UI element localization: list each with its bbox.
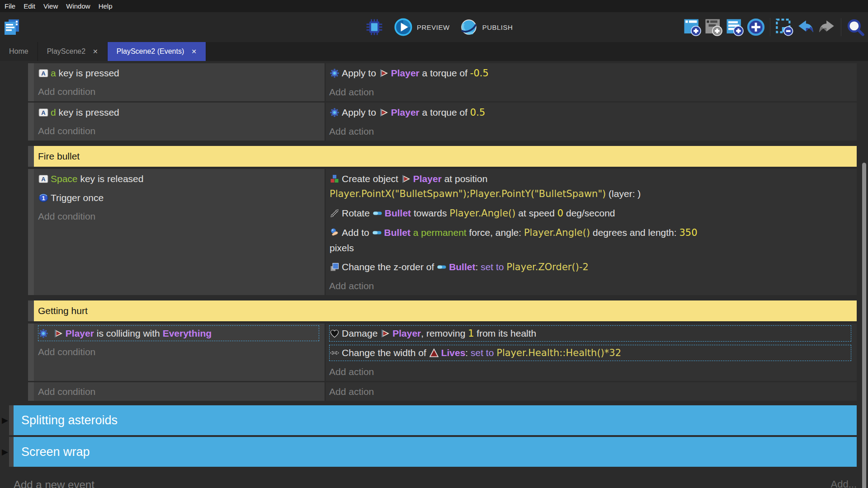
- action[interactable]: Change the width of Lives: set to Player…: [329, 345, 851, 361]
- menu-edit[interactable]: Edit: [24, 2, 35, 10]
- redo-icon[interactable]: [817, 17, 837, 37]
- instruction-text: Bullet: [449, 262, 475, 272]
- condition[interactable]: ASpace key is released: [38, 171, 319, 187]
- instruction-text: is colliding with: [94, 328, 163, 338]
- actions-cell: Apply to Player a torque of 0.5Add actio…: [326, 103, 857, 141]
- publish-button[interactable]: PUBLISH: [482, 23, 513, 31]
- instruction-text: Player.ZOrder()-2: [506, 262, 588, 272]
- add-circle-icon[interactable]: [746, 17, 766, 37]
- actions-cell: Create object Player at position Player.…: [326, 169, 857, 295]
- actions-cell: Add action: [326, 382, 857, 401]
- menu-window[interactable]: Window: [66, 2, 90, 10]
- debug-icon[interactable]: [364, 17, 384, 37]
- tab-close-icon[interactable]: ✕: [93, 48, 98, 55]
- add-action-link[interactable]: Add action: [329, 364, 851, 379]
- event-drag-handle[interactable]: [28, 169, 34, 295]
- add-condition-link[interactable]: Add condition: [38, 384, 319, 399]
- instruction-text: Bullet: [385, 208, 411, 218]
- tab-playscene2-events[interactable]: PlayScene2 (Events) ✕: [108, 42, 206, 61]
- comment-bar[interactable]: Getting hurt: [34, 300, 857, 321]
- player-object-icon: [379, 108, 389, 117]
- collapse-triangle-icon[interactable]: ▶: [2, 448, 8, 456]
- event-drag-handle[interactable]: [28, 324, 34, 381]
- menu-file[interactable]: File: [5, 2, 15, 10]
- preview-play-icon[interactable]: [393, 17, 413, 37]
- event-drag-handle[interactable]: [28, 300, 34, 321]
- add-new-event-link[interactable]: Add a new event: [14, 479, 94, 488]
- event-drag-handle[interactable]: [28, 146, 34, 167]
- add-subevent-icon[interactable]: [703, 17, 723, 37]
- event-row: ASpace key is released1Trigger onceAdd c…: [28, 169, 857, 295]
- instruction-text: -0.5: [470, 68, 489, 79]
- instruction-text: Player: [66, 328, 94, 338]
- undo-icon[interactable]: [796, 17, 816, 37]
- force-icon: [330, 228, 340, 238]
- comment-bar[interactable]: Fire bullet: [34, 146, 857, 167]
- condition[interactable]: Ad key is pressed: [38, 104, 319, 120]
- instruction-text: 1: [468, 328, 474, 339]
- add-event-icon[interactable]: [682, 17, 702, 37]
- search-icon[interactable]: [845, 17, 865, 37]
- preview-button[interactable]: PREVIEW: [417, 23, 450, 31]
- tab-home[interactable]: Home: [0, 42, 38, 61]
- conditions-cell: Aa key is pressedAdd condition: [34, 63, 326, 101]
- add-condition-link[interactable]: Add condition: [38, 84, 319, 99]
- actions-cell: Apply to Player a torque of -0.5Add acti…: [326, 63, 857, 101]
- keyboard-key-icon: A: [38, 108, 48, 117]
- vertical-scrollbar[interactable]: [862, 163, 866, 488]
- publish-planet-icon[interactable]: [459, 17, 479, 37]
- instruction-text: key is released: [78, 174, 144, 184]
- instruction-text: key is pressed: [56, 107, 119, 117]
- event-group-bar[interactable]: Splitting asteroids: [14, 405, 857, 435]
- event-drag-handle[interactable]: [28, 103, 34, 141]
- instruction-text: Change the z-order of: [342, 262, 437, 272]
- svg-text:A: A: [41, 70, 46, 77]
- instruction-text: Add to: [342, 227, 372, 238]
- add-action-link[interactable]: Add action: [329, 384, 851, 399]
- conditions-cell: ASpace key is released1Trigger onceAdd c…: [34, 169, 326, 295]
- menu-view[interactable]: View: [43, 2, 58, 10]
- toolbar-separator: [770, 18, 770, 36]
- add-condition-link[interactable]: Add condition: [38, 344, 319, 359]
- condition[interactable]: Aa key is pressed: [38, 65, 319, 81]
- action[interactable]: Create object Player at position Player.…: [329, 171, 851, 202]
- tab-close-icon[interactable]: ✕: [191, 48, 197, 55]
- player-object-icon: [401, 174, 411, 184]
- add-action-link[interactable]: Add action: [329, 278, 851, 293]
- event-drag-handle[interactable]: [28, 63, 34, 101]
- instruction-text: Change the width of: [342, 347, 429, 358]
- instruction-text: Damage: [342, 328, 380, 338]
- event-group-bar[interactable]: Screen wrap: [14, 437, 857, 467]
- instruction-text: Space: [51, 174, 78, 184]
- action[interactable]: Add to Bullet a permanent force, angle: …: [329, 225, 851, 256]
- tab-playscene2[interactable]: PlayScene2 ✕: [38, 42, 108, 61]
- instruction-text: set to: [481, 262, 506, 272]
- add-action-link[interactable]: Add action: [329, 124, 851, 139]
- add-condition-link[interactable]: Add condition: [38, 209, 319, 224]
- instruction-text: Player.Angle(): [449, 208, 515, 219]
- add-more-link[interactable]: Add...: [831, 479, 857, 488]
- action[interactable]: Apply to Player a torque of -0.5: [329, 65, 851, 81]
- physics-behavior-icon: [38, 328, 48, 338]
- add-comment-icon[interactable]: [725, 17, 745, 37]
- action[interactable]: Damage Player, removing 1 from its healt…: [329, 325, 851, 342]
- toolbar-separator: [841, 18, 841, 36]
- remove-selection-icon[interactable]: [774, 17, 794, 37]
- condition[interactable]: 1Trigger once: [38, 190, 319, 206]
- event-drag-handle[interactable]: [28, 382, 34, 401]
- physics-behavior-icon: [330, 108, 340, 117]
- collapse-triangle-icon[interactable]: ▶: [2, 416, 8, 424]
- width-arrow-icon: [330, 348, 340, 358]
- instruction-text: pixels: [330, 243, 354, 253]
- group-drag-handle[interactable]: [9, 437, 14, 467]
- add-condition-link[interactable]: Add condition: [38, 123, 319, 138]
- menu-help[interactable]: Help: [99, 2, 113, 10]
- group-drag-handle[interactable]: [9, 405, 14, 435]
- gdevelop-logo-icon[interactable]: [4, 19, 20, 38]
- action[interactable]: Rotate Bullet towards Player.Angle() at …: [329, 205, 851, 221]
- instruction-text: Player: [391, 68, 420, 78]
- condition[interactable]: Player is colliding with Everything: [38, 325, 319, 341]
- action[interactable]: Apply to Player a torque of 0.5: [329, 104, 851, 121]
- add-action-link[interactable]: Add action: [329, 84, 851, 99]
- action[interactable]: Change the z-order of Bullet: set to Pla…: [329, 259, 851, 275]
